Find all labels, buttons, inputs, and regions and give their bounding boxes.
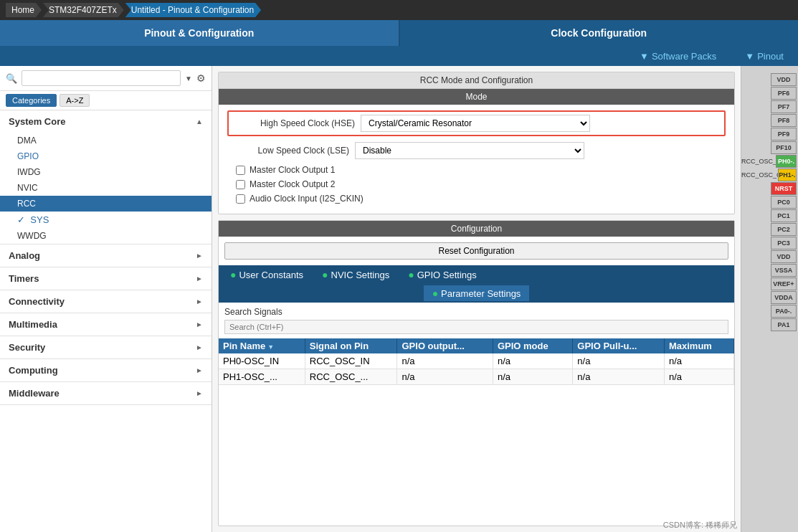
search-input[interactable] — [22, 70, 181, 86]
config-section: Configuration Reset Configuration ● User… — [218, 220, 735, 526]
pin-box-ph0[interactable]: PH0-. — [776, 155, 797, 168]
search-signals-input[interactable] — [224, 320, 728, 334]
pin-box-pf9[interactable]: PF9 — [771, 128, 797, 141]
sidebar-section-header-system-core[interactable]: System Core ▲ — [0, 110, 212, 133]
pin-panel: VDD PF6 PF7 PF8 PF9 PF10 RCC_OSC_IN PH0-… — [741, 66, 798, 532]
signals-table: Pin Name ▼ Signal on Pin GPIO output... — [219, 338, 734, 385]
table-row: PH1-OSC_... RCC_OSC_... n/a n/a n/a n/a — [219, 369, 734, 385]
sort-icon-pin-name: ▼ — [267, 343, 274, 351]
cell-signal-0: RCC_OSC_IN — [305, 353, 397, 369]
checkbox-mco2[interactable] — [236, 180, 245, 189]
checkmark-icon: ✓ — [17, 214, 25, 225]
sidebar-item-nvic[interactable]: NVIC — [0, 180, 212, 196]
sidebar-item-iwdg[interactable]: IWDG — [0, 164, 212, 180]
sidebar-item-wwdg[interactable]: WWDG — [0, 228, 212, 244]
sidebar-section-header-timers[interactable]: Timers ► — [0, 267, 212, 290]
sidebar-item-gpio[interactable]: GPIO — [0, 148, 212, 164]
pin-row-pf9: PF9 — [741, 128, 798, 141]
tab-pinout-config[interactable]: Pinout & Configuration — [0, 20, 400, 46]
sub-tab-pinout[interactable]: ▼ Pinout — [731, 46, 798, 66]
pin-box-pf10[interactable]: PF10 — [771, 141, 797, 154]
gear-icon[interactable]: ⚙ — [196, 72, 206, 84]
lse-config-row: Low Speed Clock (LSE) Disable — [227, 142, 726, 159]
config-tab-gpio-settings[interactable]: ● GPIO Settings — [399, 267, 485, 282]
checkbox-i2s-label: Audio Clock Input (I2S_CKIN) — [250, 194, 364, 204]
sub-tab-bar: ▼ Software Packs ▼ Pinout — [0, 46, 798, 66]
sidebar-item-sys[interactable]: ✓ SYS — [0, 212, 212, 228]
sidebar-section-header-connectivity[interactable]: Connectivity ► — [0, 290, 212, 313]
sidebar-section-header-computing[interactable]: Computing ► — [0, 359, 212, 381]
expand-icon-connectivity: ► — [196, 298, 203, 305]
pin-label-rcc-osc-in: RCC_OSC_IN — [741, 158, 774, 165]
col-pin-name[interactable]: Pin Name ▼ — [219, 338, 305, 353]
pin-box-pf6[interactable]: PF6 — [771, 87, 797, 100]
dropdown-arrow-icon[interactable]: ▼ — [185, 75, 192, 82]
sidebar: 🔍 ▼ ⚙ Categories A->Z System Core ▲ DMA … — [0, 66, 212, 532]
pin-row-pf10: PF10 — [741, 141, 798, 154]
pin-row-pc3: PC3 — [741, 237, 798, 250]
chevron-down-icon: ▼ — [640, 51, 649, 62]
pin-box-pc0[interactable]: PC0 — [771, 196, 797, 209]
pin-box-pc3[interactable]: PC3 — [771, 237, 797, 250]
breadcrumb: Home STM32F407ZETx Untitled - Pinout & C… — [0, 0, 798, 20]
breadcrumb-project[interactable]: Untitled - Pinout & Configuration — [125, 3, 261, 17]
sidebar-section-header-middleware[interactable]: Middleware ► — [0, 382, 212, 404]
col-maximum[interactable]: Maximum — [664, 338, 733, 353]
expand-icon-system-core: ▲ — [196, 118, 203, 125]
pin-row-nrst: NRST — [741, 182, 798, 195]
expand-icon-middleware: ► — [196, 389, 203, 397]
tab-bar: Pinout & Configuration Clock Configurati… — [0, 20, 798, 46]
pin-row-pc2: PC2 — [741, 223, 798, 236]
pin-box-vref[interactable]: VREF+ — [771, 277, 797, 290]
config-tab-nvic-settings[interactable]: ● NVIC Settings — [313, 267, 398, 282]
checkbox-i2s[interactable] — [236, 194, 245, 204]
pin-box-pa0[interactable]: PA0-. — [771, 305, 797, 318]
cell-gpio-mode-0: n/a — [493, 353, 572, 369]
sidebar-section-header-analog[interactable]: Analog ► — [0, 244, 212, 267]
pin-box-pc2[interactable]: PC2 — [771, 223, 797, 236]
sidebar-section-header-multimedia[interactable]: Multimedia ► — [0, 313, 212, 336]
sidebar-item-rcc[interactable]: RCC — [0, 196, 212, 212]
pin-label-rcc-osc-out: RCC_OSC_OUT — [741, 171, 776, 179]
breadcrumb-device[interactable]: STM32F407ZETx — [43, 3, 124, 17]
checkbox-mco1[interactable] — [236, 166, 245, 175]
cell-gpio-mode-1: n/a — [493, 369, 572, 385]
pin-row-vdda: VDDA — [741, 291, 798, 304]
pin-box-pf8[interactable]: PF8 — [771, 114, 797, 127]
search-bar: 🔍 ▼ ⚙ — [0, 66, 212, 91]
sidebar-section-analog: Analog ► — [0, 244, 212, 267]
config-section-title: Configuration — [219, 221, 734, 237]
col-gpio-output[interactable]: GPIO output... — [397, 338, 493, 353]
sidebar-section-header-security[interactable]: Security ► — [0, 336, 212, 358]
sub-tab-software-packs[interactable]: ▼ Software Packs — [625, 46, 731, 66]
expand-icon-security: ► — [196, 343, 203, 351]
pin-box-vssa[interactable]: VSSA — [771, 264, 797, 277]
tab-atoz[interactable]: A->Z — [60, 94, 90, 107]
col-gpio-mode[interactable]: GPIO mode — [493, 338, 572, 353]
pin-box-pf7[interactable]: PF7 — [771, 100, 797, 113]
breadcrumb-home[interactable]: Home — [6, 3, 42, 17]
col-gpio-pullup[interactable]: GPIO Pull-u... — [573, 338, 665, 353]
pin-box-vdd2[interactable]: VDD — [771, 250, 797, 263]
pin-row-pa1: PA1 — [741, 318, 798, 331]
table-row: PH0-OSC_IN RCC_OSC_IN n/a n/a n/a n/a — [219, 353, 734, 369]
col-signal-on-pin[interactable]: Signal on Pin — [305, 338, 397, 353]
pin-box-pa1[interactable]: PA1 — [771, 318, 797, 331]
reset-config-button[interactable]: Reset Configuration — [224, 242, 728, 260]
sidebar-section-security: Security ► — [0, 336, 212, 359]
search-signals-area: Search Signals — [219, 303, 734, 338]
lse-select[interactable]: Disable — [355, 142, 584, 159]
pin-row-pc1: PC1 — [741, 209, 798, 222]
sidebar-item-dma[interactable]: DMA — [0, 133, 212, 148]
pin-box-vdda[interactable]: VDDA — [771, 291, 797, 304]
pin-box-ph1[interactable]: PH1-. — [778, 168, 797, 181]
config-tab-user-constants[interactable]: ● User Constants — [222, 267, 312, 282]
config-tab-parameter-settings[interactable]: ● Parameter Settings — [424, 285, 530, 301]
pin-box-pc1[interactable]: PC1 — [771, 209, 797, 222]
pin-box-vdd1[interactable]: VDD — [771, 73, 797, 86]
hse-select[interactable]: Crystal/Ceramic Resonator — [361, 115, 590, 132]
tab-categories[interactable]: Categories — [6, 94, 57, 107]
checkbox-mco2-label: Master Clock Output 2 — [250, 179, 335, 189]
tab-clock-config[interactable]: Clock Configuration — [400, 20, 799, 46]
pin-box-nrst[interactable]: NRST — [771, 182, 797, 195]
